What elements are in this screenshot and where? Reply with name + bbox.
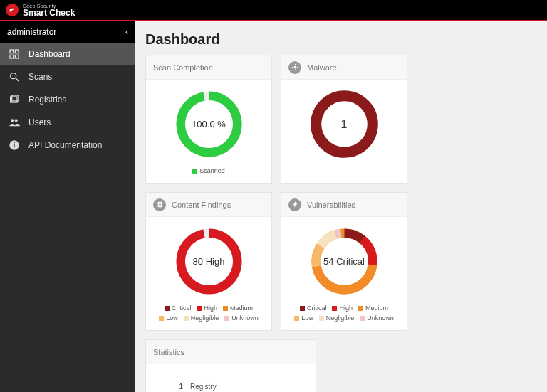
- sidebar: administrator ‹ Dashboard Scans Registri…: [0, 21, 135, 392]
- legend-label: High: [339, 304, 353, 312]
- malware-icon: [288, 61, 301, 74]
- sidebar-item-users[interactable]: Users: [0, 111, 135, 134]
- sidebar-item-api-documentation[interactable]: API Documentation: [0, 134, 135, 157]
- brand-logo-icon: [6, 4, 19, 16]
- content-findings-chart: 80 High: [172, 224, 246, 299]
- svg-point-9: [15, 119, 18, 122]
- bolt-icon: [288, 198, 301, 211]
- registry-icon: [9, 94, 20, 105]
- legend: Critical High Medium Low Negligible Unkn…: [152, 304, 266, 324]
- sidebar-item-label: Users: [28, 117, 51, 127]
- legend: Scanned: [189, 167, 228, 177]
- sidebar-item-label: API Documentation: [28, 140, 102, 150]
- legend-label: Medium: [230, 304, 253, 312]
- card-title: Vulnerabilities: [307, 201, 355, 209]
- card-malware[interactable]: Malware 1: [281, 55, 407, 184]
- card-title: Content Findings: [172, 201, 231, 209]
- sidebar-item-label: Scans: [28, 72, 52, 82]
- card-header: Statistics: [146, 340, 316, 364]
- chevron-left-icon: ‹: [125, 27, 128, 37]
- dashboard-icon: [9, 48, 20, 60]
- content-findings-icon: [153, 198, 166, 211]
- brand: Deep Security Smart Check: [23, 4, 75, 17]
- legend-label: Unknown: [231, 314, 259, 322]
- card-title: Statistics: [153, 348, 184, 356]
- svg-line-5: [16, 78, 19, 81]
- svg-rect-2: [10, 55, 14, 58]
- malware-chart: 1: [307, 87, 382, 161]
- legend-label: Critical: [172, 304, 192, 312]
- card-header: Scan Completion: [146, 55, 271, 80]
- legend-label: Negligible: [326, 314, 355, 322]
- svg-point-15: [293, 66, 296, 69]
- legend-label: Negligible: [191, 314, 219, 322]
- legend: Critical High Medium Low Negligible Unkn…: [287, 304, 401, 324]
- sidebar-item-registries[interactable]: Registries: [0, 88, 135, 111]
- svg-point-22: [159, 203, 161, 206]
- card-scan-completion[interactable]: Scan Completion 100.0 % Scanned: [145, 55, 272, 184]
- search-icon: [9, 71, 20, 83]
- svg-rect-11: [14, 144, 14, 148]
- svg-rect-12: [14, 142, 14, 143]
- svg-point-8: [11, 119, 14, 122]
- svg-rect-3: [15, 55, 19, 58]
- user-name: administrator: [7, 27, 56, 37]
- chart-center-label: 1: [307, 87, 382, 161]
- info-icon: [9, 139, 20, 151]
- legend-label: Unknown: [367, 314, 394, 322]
- legend-label: Scanned: [199, 167, 225, 174]
- sidebar-item-label: Dashboard: [28, 49, 71, 59]
- main-content: Dashboard Scan Completion 100.0 %: [135, 21, 547, 392]
- topbar: Deep Security Smart Check: [0, 0, 547, 21]
- sidebar-item-label: Registries: [28, 95, 66, 105]
- card-header: Content Findings: [146, 193, 271, 217]
- legend-label: Low: [301, 314, 313, 322]
- sidebar-item-scans[interactable]: Scans: [0, 65, 135, 88]
- scan-completion-chart: 100.0 %: [172, 87, 246, 161]
- chart-center-label: 100.0 %: [172, 87, 246, 161]
- card-vulnerabilities[interactable]: Vulnerabilities 54 Critical: [281, 192, 407, 331]
- card-header: Malware: [281, 55, 407, 80]
- svg-rect-1: [15, 50, 19, 53]
- chart-center-label: 80 High: [172, 224, 246, 299]
- card-header: Vulnerabilities: [281, 193, 407, 217]
- card-title: Scan Completion: [153, 63, 213, 72]
- users-icon: [9, 117, 20, 128]
- svg-point-4: [11, 73, 16, 79]
- page-title: Dashboard: [145, 31, 537, 48]
- brand-name: Smart Check: [23, 9, 75, 17]
- statistics-list: 1Registry 26Repositories 26Images 0Scans…: [152, 371, 310, 392]
- legend-label: Critical: [307, 304, 327, 312]
- vulnerabilities-chart: 54 Critical: [307, 224, 382, 299]
- legend-label: High: [204, 304, 217, 312]
- sidebar-item-dashboard[interactable]: Dashboard: [0, 43, 135, 65]
- card-title: Malware: [307, 63, 337, 72]
- legend-label: Medium: [365, 304, 388, 312]
- legend-label: Low: [166, 314, 178, 322]
- card-statistics[interactable]: Statistics 1Registry 26Repositories 26Im…: [145, 339, 316, 392]
- user-menu[interactable]: administrator ‹: [0, 21, 135, 43]
- dashboard-cards: Scan Completion 100.0 % Scanned: [145, 55, 537, 392]
- chart-center-label: 54 Critical: [307, 224, 382, 299]
- card-content-findings[interactable]: Content Findings 80 High Critical High M…: [145, 192, 272, 331]
- stat-row: 1Registry: [155, 383, 307, 391]
- svg-rect-0: [10, 50, 14, 53]
